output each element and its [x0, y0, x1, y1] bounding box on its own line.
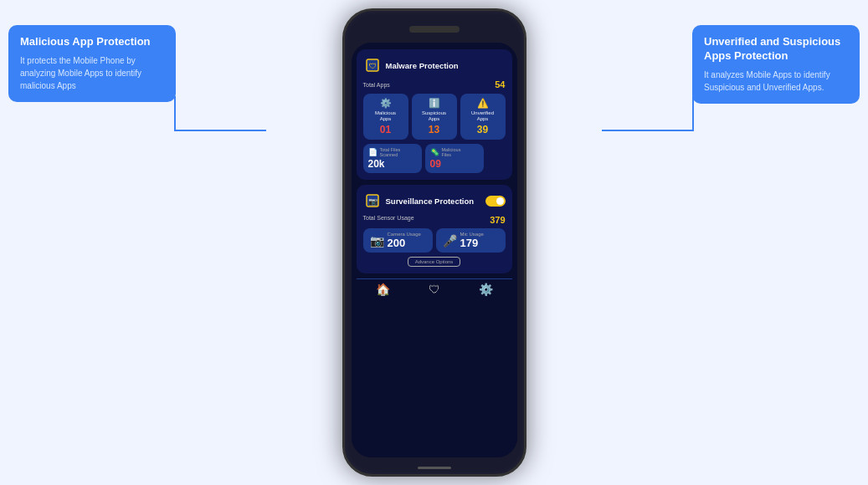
malicious-files-top: 🦠 Malicious Files: [430, 147, 479, 157]
nav-settings-icon[interactable]: ⚙️: [479, 283, 493, 296]
files-scanned-value: 20k: [368, 158, 417, 170]
malicious-apps-pill: ⚙️ Malicious Apps 01: [363, 94, 408, 140]
suspicious-icon: ℹ️: [429, 98, 440, 109]
tooltip-right-title: Unverified and Suspicious Apps Protectio…: [704, 35, 848, 64]
total-sensor-label: Total Sensor Usage: [363, 215, 414, 225]
phone-notch: [409, 26, 460, 33]
malicious-files-label: Malicious Files: [442, 147, 461, 157]
mic-usage-pill: 🎤 Mic Usage 179: [436, 228, 506, 253]
sensor-pills-row: 📷 Camera Usage 200 🎤 Mic Usage 179: [363, 228, 506, 253]
camera-usage-pill: 📷 Camera Usage 200: [363, 228, 433, 253]
surveillance-toggle[interactable]: [485, 196, 506, 207]
bottom-nav: 🏠 🛡 ⚙️: [357, 278, 512, 298]
toggle-knob: [496, 197, 504, 205]
connector-right-line: [602, 130, 694, 131]
malware-card-header: 🛡 Malware Protection: [363, 56, 506, 74]
phone-home-bar: [418, 467, 451, 469]
malware-card-icon: 🛡: [363, 56, 382, 74]
unverified-value: 39: [477, 124, 488, 135]
phone-screen: 🛡 Malware Protection Total Apps 54 ⚙️ Ma…: [352, 43, 517, 457]
svg-text:📷: 📷: [367, 197, 378, 207]
tooltip-left-title: Malicious App Protection: [20, 35, 164, 49]
total-apps-row: Total Apps 54: [363, 79, 506, 89]
unverified-label: Unverified Apps: [471, 110, 494, 122]
suspicious-value: 13: [429, 124, 439, 135]
svg-text:🛡: 🛡: [368, 62, 376, 70]
malicious-icon: ⚙️: [380, 98, 392, 109]
tooltip-right: Unverified and Suspicious Apps Protectio…: [692, 25, 860, 104]
total-sensor-value: 379: [490, 215, 505, 225]
tooltip-left-text: It protects the Mobile Phone by analyzin…: [20, 54, 164, 92]
files-scanned-icon: 📄: [368, 148, 378, 156]
surveillance-card-header: 📷 Surveillance Protection: [363, 191, 506, 210]
nav-shield-icon[interactable]: 🛡: [429, 283, 440, 296]
malware-protection-card: 🛡 Malware Protection Total Apps 54 ⚙️ Ma…: [357, 49, 512, 180]
mic-icon: 🎤: [443, 234, 457, 248]
camera-value: 200: [388, 237, 421, 249]
total-sensor-row: Total Sensor Usage 379: [363, 215, 506, 225]
surveillance-card-icon: 📷: [363, 191, 382, 210]
malicious-files-value: 09: [430, 158, 479, 170]
connector-left-line: [174, 130, 266, 131]
suspicious-apps-pill: ℹ️ Suspicious Apps 13: [412, 94, 457, 140]
surveillance-protection-card: 📷 Surveillance Protection Total Sensor U…: [357, 185, 512, 273]
phone-outer-shell: 🛡 Malware Protection Total Apps 54 ⚙️ Ma…: [342, 8, 526, 477]
total-files-top: 📄 Total Files Scanned: [368, 147, 417, 157]
advance-options-button[interactable]: Advance Options: [408, 257, 461, 267]
unverified-apps-pill: ⚠️ Unverified Apps 39: [460, 94, 506, 140]
screen-content: 🛡 Malware Protection Total Apps 54 ⚙️ Ma…: [352, 43, 517, 457]
suspicious-label: Suspicious Apps: [422, 110, 446, 122]
unverified-icon: ⚠️: [477, 98, 489, 109]
total-apps-label: Total Apps: [363, 82, 390, 88]
camera-info: Camera Usage 200: [388, 232, 421, 249]
camera-icon: 📷: [370, 234, 384, 248]
mic-info: Mic Usage 179: [460, 232, 484, 249]
files-row: 📄 Total Files Scanned 20k 🦠 Malicious Fi…: [363, 144, 506, 173]
malicious-files-icon: 🦠: [430, 148, 439, 156]
apps-pills-row: ⚙️ Malicious Apps 01 ℹ️ Suspicious Apps …: [363, 94, 506, 140]
nav-home-icon[interactable]: 🏠: [376, 283, 390, 296]
malicious-value: 01: [380, 124, 391, 135]
malicious-files-pill: 🦠 Malicious Files 09: [425, 144, 484, 173]
surveillance-header-left: 📷 Surveillance Protection: [363, 191, 475, 210]
phone-device: 🛡 Malware Protection Total Apps 54 ⚙️ Ma…: [342, 0, 526, 485]
tooltip-right-text: It analyzes Mobile Apps to identify Susp…: [704, 69, 848, 94]
surveillance-card-title: Surveillance Protection: [386, 197, 475, 206]
mic-value: 179: [460, 237, 484, 249]
total-files-pill: 📄 Total Files Scanned 20k: [363, 144, 422, 173]
malicious-label: Malicious Apps: [375, 110, 396, 122]
tooltip-left: Malicious App Protection It protects the…: [8, 25, 176, 102]
total-apps-value: 54: [495, 79, 505, 89]
malware-card-title: Malware Protection: [386, 61, 459, 70]
files-scanned-label: Total Files Scanned: [380, 147, 401, 157]
